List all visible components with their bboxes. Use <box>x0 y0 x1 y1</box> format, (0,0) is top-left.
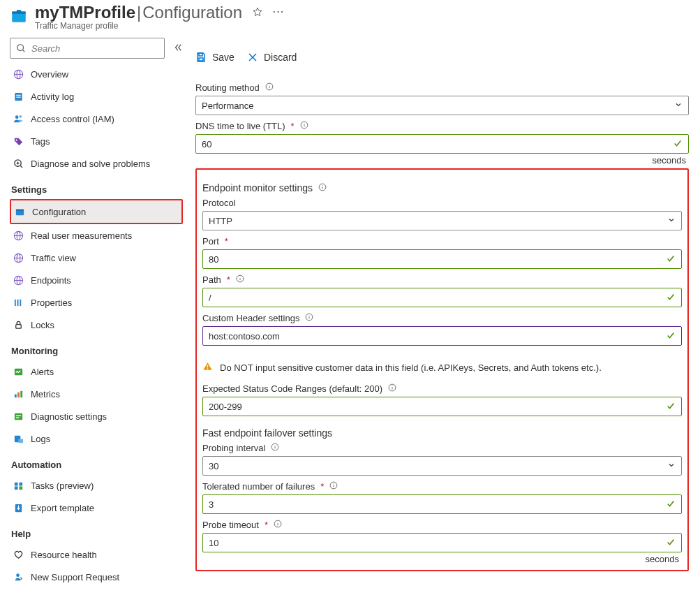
configuration-icon <box>14 207 25 217</box>
ttl-label: DNS time to live (TTL) <box>195 121 285 131</box>
sidebar-item-diagnose[interactable]: Diagnose and solve problems <box>10 152 183 175</box>
metrics-icon <box>13 389 24 399</box>
svg-rect-45 <box>199 58 203 61</box>
svg-marker-11 <box>253 8 262 16</box>
sidebar-item-label: Diagnostic settings <box>31 411 107 422</box>
svg-rect-14 <box>16 96 21 97</box>
endpoint-monitor-settings-heading: Endpoint monitor settings <box>202 182 313 193</box>
port-label: Port <box>202 236 219 247</box>
svg-rect-30 <box>17 392 20 397</box>
svg-rect-27 <box>15 324 21 328</box>
info-icon[interactable] <box>388 383 396 394</box>
probing-interval-select[interactable]: 30 <box>202 456 682 476</box>
path-label: Path <box>202 274 221 285</box>
ttl-input[interactable]: 60 <box>195 134 689 154</box>
sidebar-item-metrics[interactable]: Metrics <box>10 383 183 405</box>
sidebar-item-rum[interactable]: Real user measurements <box>10 224 183 247</box>
status-code-label: Expected Status Code Ranges (default: 20… <box>202 383 382 394</box>
discard-button[interactable]: Discard <box>247 52 297 63</box>
chevron-down-icon <box>667 461 676 471</box>
logs-icon <box>13 434 24 444</box>
svg-line-19 <box>20 166 22 168</box>
sidebar-item-activity-log[interactable]: Activity log <box>10 85 183 108</box>
sidebar-group-automation: Automation <box>10 450 183 474</box>
sidebar-item-locks[interactable]: Locks <box>10 314 183 336</box>
more-menu-icon[interactable]: ··· <box>273 6 285 20</box>
svg-rect-48 <box>207 365 208 368</box>
protocol-select[interactable]: HTTP <box>202 211 682 230</box>
info-icon[interactable] <box>300 121 308 131</box>
favorite-icon[interactable] <box>252 6 263 20</box>
sidebar-item-endpoints[interactable]: Endpoints <box>10 269 183 291</box>
sidebar-item-tags[interactable]: Tags <box>10 130 183 152</box>
sidebar-item-support[interactable]: New Support Request <box>10 566 183 588</box>
sidebar-item-label: Export template <box>31 503 94 513</box>
info-icon[interactable] <box>274 520 282 530</box>
info-icon[interactable] <box>236 274 244 285</box>
info-icon[interactable] <box>265 82 274 93</box>
failover-settings-heading: Fast endpoint failover settings <box>202 427 332 439</box>
sidebar-item-label: Overview <box>31 69 68 80</box>
probe-timeout-input[interactable]: 10 <box>202 533 682 552</box>
custom-header-label: Custom Header settings <box>202 313 299 323</box>
sidebar-item-configuration[interactable]: Configuration <box>11 200 181 223</box>
check-icon <box>666 254 676 265</box>
save-button[interactable]: Save <box>195 52 234 63</box>
sidebar-item-export-template[interactable]: Export template <box>10 497 183 519</box>
sidebar-item-label: Tasks (preview) <box>31 480 94 491</box>
warning-icon <box>202 361 213 374</box>
info-icon[interactable] <box>318 182 327 193</box>
svg-rect-34 <box>15 417 19 418</box>
sidebar-item-resource-health[interactable]: Resource health <box>10 543 183 566</box>
globe-icon <box>13 275 24 286</box>
probing-interval-label: Probing interval <box>202 443 265 453</box>
sidebar-item-label: Traffic view <box>31 253 76 263</box>
export-icon <box>13 503 24 513</box>
info-icon[interactable] <box>271 443 279 453</box>
custom-header-input[interactable]: host:contoso.com <box>202 326 682 346</box>
sidebar-group-monitoring: Monitoring <box>10 336 183 360</box>
sidebar-item-label: Alerts <box>31 367 54 377</box>
sidebar-item-label: Endpoints <box>31 275 71 286</box>
sidebar-item-logs[interactable]: Logs <box>10 427 183 450</box>
tag-icon <box>13 136 24 147</box>
sidebar-item-alerts[interactable]: Alerts <box>10 360 183 383</box>
sidebar-item-label: Resource health <box>31 550 97 560</box>
svg-rect-49 <box>207 368 208 369</box>
check-icon <box>666 537 676 549</box>
globe-icon <box>13 230 24 241</box>
info-icon[interactable] <box>329 481 338 492</box>
resource-icon <box>10 3 28 27</box>
sidebar-item-label: Configuration <box>32 207 86 217</box>
sidebar-item-diagnostic-settings[interactable]: Diagnostic settings <box>10 405 183 427</box>
sidebar-item-overview[interactable]: Overview <box>10 63 183 85</box>
port-input[interactable]: 80 <box>202 249 682 269</box>
sidebar-item-label: Metrics <box>31 389 60 399</box>
check-icon <box>666 499 676 511</box>
svg-rect-32 <box>14 413 22 419</box>
info-icon[interactable] <box>305 313 313 323</box>
svg-point-15 <box>15 115 18 119</box>
protocol-label: Protocol <box>202 198 236 208</box>
tolerated-failures-input[interactable]: 3 <box>202 494 682 514</box>
chevron-down-icon <box>674 101 683 111</box>
resource-type: Traffic Manager profile <box>35 21 285 31</box>
sidebar-item-iam[interactable]: Access control (IAM) <box>10 108 183 130</box>
path-input[interactable]: / <box>202 288 682 307</box>
globe-icon <box>13 69 24 80</box>
sidebar-item-label: Diagnose and solve problems <box>31 159 150 169</box>
svg-rect-10 <box>17 10 22 12</box>
properties-icon <box>13 298 24 308</box>
svg-rect-33 <box>15 415 21 416</box>
svg-rect-36 <box>18 439 23 443</box>
chevron-down-icon <box>667 216 676 226</box>
sidebar-item-traffic-view[interactable]: Traffic view <box>10 247 183 269</box>
sidebar-item-label: Tags <box>31 136 50 147</box>
collapse-sidebar-icon[interactable] <box>173 43 183 54</box>
sidebar-item-tasks[interactable]: Tasks (preview) <box>10 474 183 497</box>
search-input[interactable] <box>10 38 165 59</box>
routing-method-select[interactable]: Performance <box>195 96 689 115</box>
sidebar-item-label: Activity log <box>31 91 74 102</box>
sidebar-item-properties[interactable]: Properties <box>10 291 183 314</box>
status-code-input[interactable]: 200-299 <box>202 397 682 416</box>
